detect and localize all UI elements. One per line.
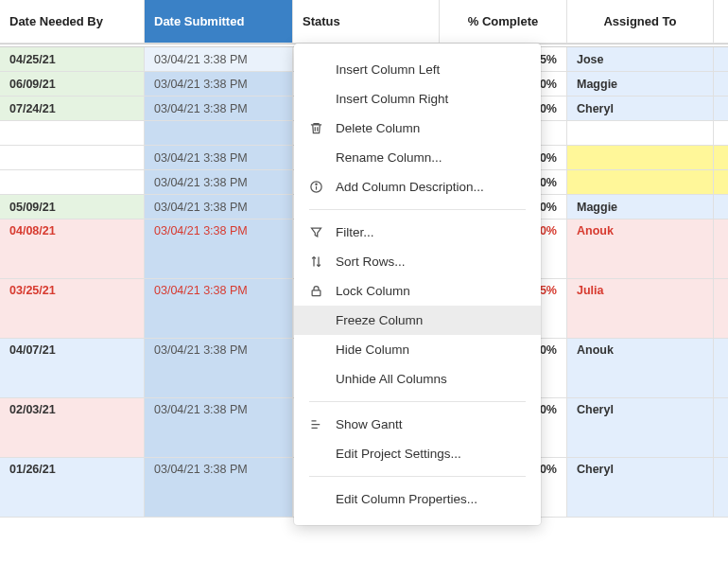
svg-point-2 [316, 184, 317, 184]
cell-assigned[interactable]: Jose [567, 47, 714, 71]
cell-assigned[interactable] [567, 121, 714, 145]
cell-assigned[interactable] [567, 146, 714, 169]
menu-lock[interactable]: Lock Column [294, 276, 541, 306]
column-header-date-needed[interactable]: Date Needed By [0, 0, 145, 43]
cell-assigned[interactable]: Cheryl [567, 458, 714, 517]
svg-rect-3 [312, 290, 321, 296]
menu-insert-col-right[interactable]: Insert Column Right [294, 84, 541, 114]
menu-col-properties[interactable]: Edit Column Properties... [294, 484, 541, 514]
cell-date-submitted[interactable]: 03/04/21 3:38 PM [145, 146, 293, 169]
column-context-menu: Insert Column Left Insert Column Right D… [294, 44, 541, 525]
cell-date-submitted[interactable]: 03/04/21 3:38 PM [145, 220, 293, 278]
cell-date-submitted[interactable]: 03/04/21 3:38 PM [145, 458, 293, 517]
menu-label: Freeze Column [336, 313, 423, 327]
menu-divider [309, 401, 526, 402]
menu-label: Hide Column [336, 342, 409, 357]
column-header-complete[interactable]: % Complete [440, 0, 567, 43]
column-header-extra[interactable] [714, 0, 728, 43]
menu-filter[interactable]: Filter... [294, 218, 541, 247]
cell-date-needed[interactable]: 07/24/21 [0, 97, 145, 120]
filter-icon [309, 225, 336, 239]
cell-extra[interactable] [714, 398, 728, 457]
info-icon [309, 180, 336, 194]
sort-icon [309, 255, 336, 269]
trash-icon [309, 121, 336, 135]
cell-extra[interactable] [714, 72, 728, 96]
cell-extra[interactable] [714, 170, 728, 194]
cell-date-needed[interactable]: 06/09/21 [0, 72, 145, 96]
lock-icon [309, 284, 336, 298]
cell-date-submitted[interactable]: 03/04/21 3:38 PM [145, 72, 293, 96]
cell-extra[interactable] [714, 97, 728, 120]
cell-extra[interactable] [714, 279, 728, 338]
menu-show-gantt[interactable]: Show Gantt [294, 410, 541, 439]
menu-label: Sort Rows... [336, 255, 406, 269]
cell-date-needed[interactable] [0, 146, 145, 169]
menu-hide[interactable]: Hide Column [294, 335, 541, 364]
menu-label: Lock Column [336, 284, 410, 298]
cell-date-submitted[interactable]: 03/04/21 3:38 PM [145, 339, 293, 397]
cell-assigned[interactable]: Anouk [567, 220, 714, 278]
menu-label: Edit Project Settings... [336, 447, 461, 461]
menu-divider [309, 476, 526, 477]
menu-label: Rename Column... [336, 150, 442, 165]
cell-date-needed[interactable]: 04/08/21 [0, 220, 145, 278]
menu-insert-col-left[interactable]: Insert Column Left [294, 55, 541, 84]
gantt-icon [309, 417, 336, 431]
cell-assigned[interactable]: Maggie [567, 195, 714, 219]
menu-add-desc[interactable]: Add Column Description... [294, 172, 541, 202]
cell-date-needed[interactable]: 03/25/21 [0, 279, 145, 338]
menu-unhide[interactable]: Unhide All Columns [294, 364, 541, 394]
cell-date-needed[interactable]: 05/09/21 [0, 195, 145, 219]
cell-extra[interactable] [714, 220, 728, 278]
cell-extra[interactable] [714, 146, 728, 169]
cell-assigned[interactable]: Cheryl [567, 97, 714, 120]
cell-date-submitted[interactable]: 03/04/21 3:38 PM [145, 170, 293, 194]
cell-date-needed[interactable] [0, 121, 145, 145]
menu-sort[interactable]: Sort Rows... [294, 247, 541, 276]
cell-date-submitted[interactable]: 03/04/21 3:38 PM [145, 47, 293, 71]
cell-date-submitted[interactable]: 03/04/21 3:38 PM [145, 97, 293, 120]
cell-date-needed[interactable]: 01/26/21 [0, 458, 145, 517]
menu-project-settings[interactable]: Edit Project Settings... [294, 439, 541, 468]
menu-divider [309, 209, 526, 210]
menu-label: Delete Column [336, 121, 420, 135]
cell-date-submitted[interactable]: 03/04/21 3:38 PM [145, 279, 293, 338]
cell-assigned[interactable]: Maggie [567, 72, 714, 96]
menu-freeze[interactable]: Freeze Column [294, 306, 541, 335]
cell-extra[interactable] [714, 458, 728, 517]
cell-assigned[interactable]: Anouk [567, 339, 714, 397]
menu-label: Insert Column Left [336, 62, 440, 77]
cell-assigned[interactable] [567, 170, 714, 194]
cell-extra[interactable] [714, 121, 728, 145]
header-row: Date Needed By Date Submitted Status % C… [0, 0, 728, 44]
menu-label: Show Gantt [336, 417, 403, 431]
cell-assigned[interactable]: Cheryl [567, 398, 714, 457]
menu-rename-col[interactable]: Rename Column... [294, 143, 541, 172]
column-header-status[interactable]: Status [293, 0, 440, 43]
menu-label: Filter... [336, 225, 374, 239]
menu-label: Edit Column Properties... [336, 492, 477, 506]
cell-date-submitted[interactable]: 03/04/21 3:38 PM [145, 398, 293, 457]
cell-assigned[interactable]: Julia [567, 279, 714, 338]
menu-label: Unhide All Columns [336, 372, 447, 386]
cell-extra[interactable] [714, 339, 728, 397]
menu-label: Add Column Description... [336, 180, 484, 194]
cell-date-submitted[interactable]: 03/04/21 3:38 PM [145, 195, 293, 219]
cell-extra[interactable] [714, 195, 728, 219]
cell-date-needed[interactable]: 02/03/21 [0, 398, 145, 457]
column-header-assigned[interactable]: Assigned To [567, 0, 714, 43]
cell-date-needed[interactable]: 04/25/21 [0, 47, 145, 71]
cell-date-submitted[interactable] [145, 121, 293, 145]
menu-label: Insert Column Right [336, 92, 448, 106]
cell-extra[interactable] [714, 47, 728, 71]
cell-date-needed[interactable] [0, 170, 145, 194]
cell-date-needed[interactable]: 04/07/21 [0, 339, 145, 397]
menu-delete-col[interactable]: Delete Column [294, 114, 541, 143]
column-header-date-submitted[interactable]: Date Submitted [145, 0, 293, 43]
